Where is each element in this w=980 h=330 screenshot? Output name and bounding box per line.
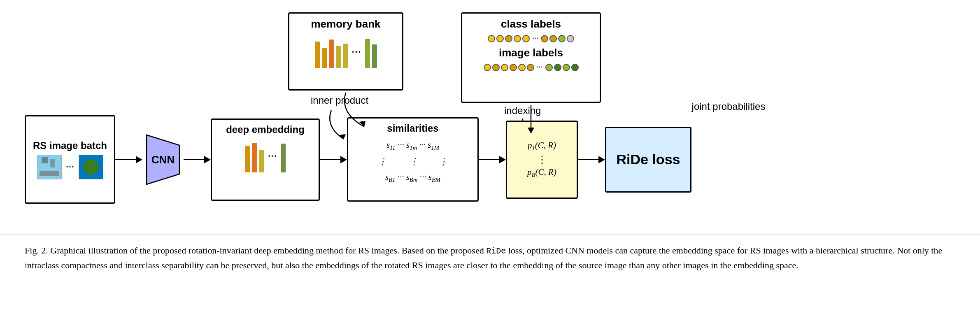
class-circles-row1: ··· [488,34,574,43]
circle [510,64,517,71]
arrow-rs-cnn [115,156,142,163]
circle [514,35,521,42]
deep-embedding-box: deep embedding ··· [211,119,320,201]
image-circles-row: ··· [484,63,579,72]
similarities-label: similarities [387,123,438,134]
circle [549,35,557,42]
dots: ··· [531,34,540,43]
similarities-content: s11 ··· s1m ··· s1M ⋮ ⋮ ⋮ sB1 ··· sBm ··… [378,137,448,186]
joint-prob-annotation: joint probabilities [687,101,770,112]
memory-bank-dots: ··· [350,45,363,58]
circle [567,35,574,42]
circle [571,64,579,71]
circle [522,35,530,42]
rs-dots: ··· [66,160,74,174]
ride-loss-box: RiDe loss [605,127,691,193]
arrow-sim-joint [479,156,506,163]
circle [518,64,526,71]
figure-caption: Fig. 2. Graphical illustration of the pr… [0,235,980,281]
embed-dots: ··· [266,149,279,163]
deep-embed-label: deep embedding [226,124,305,135]
ride-loss-label: RiDe loss [617,151,680,167]
inner-product-label: inner product [311,95,368,106]
circle [492,64,500,71]
image-labels-label: image labels [499,46,563,59]
arrow-joint-ride [578,156,605,163]
circle [563,64,570,71]
circle [484,64,491,71]
circle [496,35,504,42]
joint-p1: p1(C, R) [528,140,556,152]
labels-box-wrapper: class labels ··· image labels [461,12,601,103]
joint-pb: pB(C, R) [527,167,556,179]
caption-text-1: Graphical illustration of the proposed r… [50,245,486,256]
joint-prob-box: p1(C, R) ⋮ pB(C, R) [506,121,578,199]
rs-images-container: ··· [37,155,103,179]
aerial-image [37,155,62,179]
arrow-embed-sim [320,156,347,163]
diagram: memory bank ··· class labels [0,0,980,230]
fig-label: Fig. 2. [25,245,48,256]
similarities-box: similarities s11 ··· s1m ··· s1M ⋮ ⋮ ⋮ s… [347,117,479,202]
circle [488,35,495,42]
cnn-label: CNN [151,153,175,166]
circle [505,35,512,42]
rs-image-batch-box: RS image batch ··· [25,115,115,204]
memory-bank-label: memory bank [311,18,380,30]
memory-bank-box-wrapper: memory bank ··· [288,12,403,91]
class-labels-label: class labels [501,18,561,30]
deep-embedding-bars: ··· [245,139,286,172]
dots: ··· [535,63,544,72]
island-image [79,155,103,179]
joint-dots: ⋮ [537,154,547,165]
arrow-cnn-embed [184,156,211,163]
main-flow: RS image batch ··· [25,115,691,204]
indexing-label: indexing [504,105,541,116]
circle [501,64,508,71]
circle [558,35,566,42]
circle [541,35,548,42]
memory-bank-bars: ··· [315,35,377,68]
rs-image-label: RS image batch [33,140,107,151]
circle [545,64,553,71]
ride-code: RiDe [486,246,506,256]
circle [527,64,534,71]
cnn-container: CNN [142,131,184,188]
circle [554,64,561,71]
